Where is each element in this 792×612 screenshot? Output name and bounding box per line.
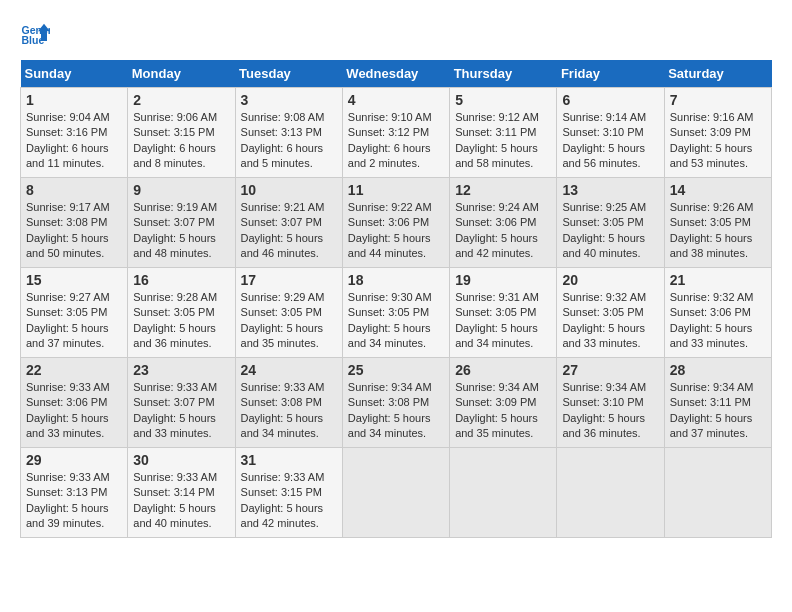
day-cell: 20Sunrise: 9:32 AMSunset: 3:05 PMDayligh… [557,268,664,358]
day-info: Sunrise: 9:21 AMSunset: 3:07 PMDaylight:… [241,200,337,262]
day-number: 22 [26,362,122,378]
day-number: 29 [26,452,122,468]
day-number: 6 [562,92,658,108]
day-number: 26 [455,362,551,378]
day-number: 20 [562,272,658,288]
week-row-3: 15Sunrise: 9:27 AMSunset: 3:05 PMDayligh… [21,268,772,358]
day-cell: 8Sunrise: 9:17 AMSunset: 3:08 PMDaylight… [21,178,128,268]
col-header-saturday: Saturday [664,60,771,88]
day-cell: 26Sunrise: 9:34 AMSunset: 3:09 PMDayligh… [450,358,557,448]
day-number: 21 [670,272,766,288]
logo: General Blue [20,20,54,50]
calendar-header-row: SundayMondayTuesdayWednesdayThursdayFrid… [21,60,772,88]
day-info: Sunrise: 9:33 AMSunset: 3:15 PMDaylight:… [241,470,337,532]
day-info: Sunrise: 9:33 AMSunset: 3:07 PMDaylight:… [133,380,229,442]
day-cell [664,448,771,538]
day-number: 2 [133,92,229,108]
day-cell: 9Sunrise: 9:19 AMSunset: 3:07 PMDaylight… [128,178,235,268]
col-header-tuesday: Tuesday [235,60,342,88]
day-cell: 7Sunrise: 9:16 AMSunset: 3:09 PMDaylight… [664,88,771,178]
day-info: Sunrise: 9:32 AMSunset: 3:05 PMDaylight:… [562,290,658,352]
svg-text:Blue: Blue [22,34,45,46]
day-info: Sunrise: 9:34 AMSunset: 3:10 PMDaylight:… [562,380,658,442]
day-info: Sunrise: 9:30 AMSunset: 3:05 PMDaylight:… [348,290,444,352]
day-cell: 2Sunrise: 9:06 AMSunset: 3:15 PMDaylight… [128,88,235,178]
day-info: Sunrise: 9:19 AMSunset: 3:07 PMDaylight:… [133,200,229,262]
day-number: 30 [133,452,229,468]
day-info: Sunrise: 9:08 AMSunset: 3:13 PMDaylight:… [241,110,337,172]
day-cell: 13Sunrise: 9:25 AMSunset: 3:05 PMDayligh… [557,178,664,268]
day-number: 1 [26,92,122,108]
day-number: 12 [455,182,551,198]
day-info: Sunrise: 9:34 AMSunset: 3:09 PMDaylight:… [455,380,551,442]
day-cell: 11Sunrise: 9:22 AMSunset: 3:06 PMDayligh… [342,178,449,268]
week-row-2: 8Sunrise: 9:17 AMSunset: 3:08 PMDaylight… [21,178,772,268]
day-cell: 15Sunrise: 9:27 AMSunset: 3:05 PMDayligh… [21,268,128,358]
day-number: 25 [348,362,444,378]
day-number: 15 [26,272,122,288]
day-info: Sunrise: 9:32 AMSunset: 3:06 PMDaylight:… [670,290,766,352]
day-cell: 1Sunrise: 9:04 AMSunset: 3:16 PMDaylight… [21,88,128,178]
day-number: 9 [133,182,229,198]
day-number: 27 [562,362,658,378]
week-row-4: 22Sunrise: 9:33 AMSunset: 3:06 PMDayligh… [21,358,772,448]
logo-icon: General Blue [20,20,50,50]
page-header: General Blue [20,20,772,50]
day-cell: 24Sunrise: 9:33 AMSunset: 3:08 PMDayligh… [235,358,342,448]
day-number: 14 [670,182,766,198]
day-cell: 27Sunrise: 9:34 AMSunset: 3:10 PMDayligh… [557,358,664,448]
day-number: 11 [348,182,444,198]
day-cell: 17Sunrise: 9:29 AMSunset: 3:05 PMDayligh… [235,268,342,358]
day-cell: 31Sunrise: 9:33 AMSunset: 3:15 PMDayligh… [235,448,342,538]
day-info: Sunrise: 9:04 AMSunset: 3:16 PMDaylight:… [26,110,122,172]
day-info: Sunrise: 9:33 AMSunset: 3:08 PMDaylight:… [241,380,337,442]
day-info: Sunrise: 9:26 AMSunset: 3:05 PMDaylight:… [670,200,766,262]
day-info: Sunrise: 9:10 AMSunset: 3:12 PMDaylight:… [348,110,444,172]
day-info: Sunrise: 9:31 AMSunset: 3:05 PMDaylight:… [455,290,551,352]
day-number: 28 [670,362,766,378]
day-cell [450,448,557,538]
day-cell: 23Sunrise: 9:33 AMSunset: 3:07 PMDayligh… [128,358,235,448]
col-header-sunday: Sunday [21,60,128,88]
day-info: Sunrise: 9:33 AMSunset: 3:06 PMDaylight:… [26,380,122,442]
day-info: Sunrise: 9:16 AMSunset: 3:09 PMDaylight:… [670,110,766,172]
day-number: 13 [562,182,658,198]
day-cell: 4Sunrise: 9:10 AMSunset: 3:12 PMDaylight… [342,88,449,178]
day-info: Sunrise: 9:29 AMSunset: 3:05 PMDaylight:… [241,290,337,352]
day-cell: 19Sunrise: 9:31 AMSunset: 3:05 PMDayligh… [450,268,557,358]
day-cell: 12Sunrise: 9:24 AMSunset: 3:06 PMDayligh… [450,178,557,268]
day-cell: 14Sunrise: 9:26 AMSunset: 3:05 PMDayligh… [664,178,771,268]
day-cell: 29Sunrise: 9:33 AMSunset: 3:13 PMDayligh… [21,448,128,538]
col-header-friday: Friday [557,60,664,88]
day-number: 16 [133,272,229,288]
day-cell: 22Sunrise: 9:33 AMSunset: 3:06 PMDayligh… [21,358,128,448]
day-number: 17 [241,272,337,288]
day-info: Sunrise: 9:34 AMSunset: 3:08 PMDaylight:… [348,380,444,442]
day-number: 24 [241,362,337,378]
day-cell: 5Sunrise: 9:12 AMSunset: 3:11 PMDaylight… [450,88,557,178]
day-cell: 10Sunrise: 9:21 AMSunset: 3:07 PMDayligh… [235,178,342,268]
day-info: Sunrise: 9:25 AMSunset: 3:05 PMDaylight:… [562,200,658,262]
day-number: 4 [348,92,444,108]
day-number: 31 [241,452,337,468]
day-number: 19 [455,272,551,288]
day-info: Sunrise: 9:28 AMSunset: 3:05 PMDaylight:… [133,290,229,352]
day-info: Sunrise: 9:33 AMSunset: 3:14 PMDaylight:… [133,470,229,532]
day-number: 3 [241,92,337,108]
day-number: 5 [455,92,551,108]
day-number: 8 [26,182,122,198]
day-cell: 6Sunrise: 9:14 AMSunset: 3:10 PMDaylight… [557,88,664,178]
day-cell [342,448,449,538]
day-info: Sunrise: 9:22 AMSunset: 3:06 PMDaylight:… [348,200,444,262]
day-number: 18 [348,272,444,288]
day-info: Sunrise: 9:27 AMSunset: 3:05 PMDaylight:… [26,290,122,352]
day-info: Sunrise: 9:33 AMSunset: 3:13 PMDaylight:… [26,470,122,532]
day-cell: 16Sunrise: 9:28 AMSunset: 3:05 PMDayligh… [128,268,235,358]
week-row-1: 1Sunrise: 9:04 AMSunset: 3:16 PMDaylight… [21,88,772,178]
day-cell: 21Sunrise: 9:32 AMSunset: 3:06 PMDayligh… [664,268,771,358]
day-cell [557,448,664,538]
day-number: 10 [241,182,337,198]
day-number: 23 [133,362,229,378]
day-info: Sunrise: 9:14 AMSunset: 3:10 PMDaylight:… [562,110,658,172]
day-cell: 25Sunrise: 9:34 AMSunset: 3:08 PMDayligh… [342,358,449,448]
